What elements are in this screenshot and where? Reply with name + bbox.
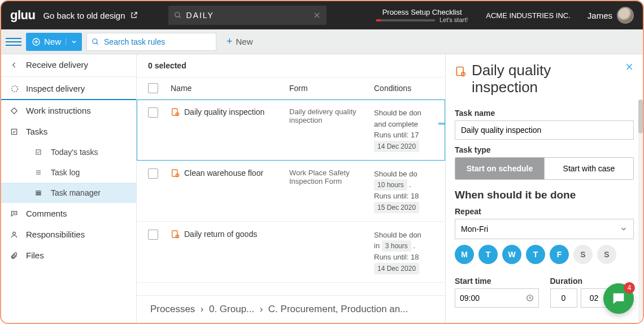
- seg-start-schedule[interactable]: Start on schedule: [455, 158, 544, 179]
- date-chip: 15 Dec 2020: [374, 202, 419, 213]
- rule-search[interactable]: [86, 33, 216, 51]
- svg-rect-8: [36, 195, 41, 196]
- refresh-icon: [10, 84, 20, 93]
- form-text: [289, 230, 374, 274]
- sidebar-subitem-task-manager[interactable]: Task manager: [1, 183, 136, 203]
- new-rule-label: New: [236, 37, 253, 46]
- repeat-select[interactable]: Mon-Fri: [455, 219, 634, 239]
- plus-circle-icon: [32, 37, 41, 46]
- task-icon: [171, 107, 180, 116]
- col-form[interactable]: Form: [289, 84, 374, 93]
- svg-point-12: [13, 232, 16, 235]
- sidebar-item-files[interactable]: Files: [1, 245, 136, 266]
- global-search[interactable]: [168, 6, 327, 25]
- task-name-text: Daily quality inspection: [184, 107, 264, 116]
- row-checkbox[interactable]: [148, 230, 158, 240]
- svg-point-3: [12, 85, 18, 92]
- task-name-input[interactable]: [455, 120, 634, 140]
- hours-chip: 10 hours: [374, 179, 407, 191]
- day-thu[interactable]: T: [526, 245, 545, 264]
- start-time-input[interactable]: 09:00: [455, 288, 539, 308]
- breadcrumb[interactable]: Processes › 0. Group... › C. Procurement…: [137, 295, 445, 323]
- sidebar-item-label: Tasks: [26, 127, 47, 136]
- form-text: Work Place Safety Inspection Form: [289, 169, 374, 213]
- task-type-segment: Start on schedule Start with case: [455, 157, 634, 180]
- row-checkbox[interactable]: [148, 107, 158, 118]
- paperclip-icon: [10, 252, 20, 260]
- day-pills: M T W T F S S: [455, 245, 634, 264]
- sidebar-item-label: Work instructions: [26, 106, 91, 115]
- svg-rect-7: [36, 193, 41, 194]
- new-rule-button[interactable]: + New: [227, 36, 253, 47]
- form-text: Daily delivery quality inspection: [289, 107, 374, 152]
- rule-search-input[interactable]: [104, 37, 211, 46]
- clear-search-icon[interactable]: [313, 11, 321, 19]
- table-header: Name Form Conditions: [137, 77, 445, 100]
- crumb[interactable]: C. Procurement, Production an...: [268, 304, 408, 314]
- svg-rect-17: [172, 231, 177, 237]
- start-time-label: Start time: [455, 277, 539, 286]
- sidebar-item-responsibilities[interactable]: Responsibilities: [1, 224, 136, 245]
- chat-button[interactable]: 4: [603, 283, 634, 314]
- duration-hours-input[interactable]: 0: [550, 288, 577, 308]
- sidebar-current-label: Inspect delivery: [26, 84, 85, 93]
- day-sat[interactable]: S: [573, 245, 593, 264]
- task-drawer: Daily quality inspection Task name Task …: [445, 54, 643, 323]
- sidebar-current[interactable]: Inspect delivery: [1, 78, 136, 100]
- close-drawer-button[interactable]: [625, 62, 634, 71]
- sidebar-subitem-label: Task log: [51, 168, 80, 177]
- sidebar-back[interactable]: Receive delivery: [1, 54, 136, 75]
- sidebar-item-work-instructions[interactable]: Work instructions: [1, 100, 136, 121]
- crumb[interactable]: Processes: [150, 304, 195, 314]
- select-all-checkbox[interactable]: [148, 83, 158, 93]
- check-square-icon: [35, 149, 45, 155]
- global-search-input[interactable]: [186, 11, 313, 20]
- clock-icon: [526, 294, 534, 302]
- row-checkbox[interactable]: [148, 169, 158, 179]
- diamond-icon: [10, 107, 20, 115]
- day-tue[interactable]: T: [478, 245, 498, 264]
- task-name-text: Daily return of goods: [184, 230, 257, 239]
- process-setup-checklist[interactable]: Process Setup Checklist Let's start!: [376, 8, 468, 23]
- svg-rect-5: [36, 150, 41, 154]
- seg-start-case[interactable]: Start with case: [544, 158, 633, 179]
- menu-toggle[interactable]: [6, 34, 21, 50]
- sidebar-subitem-task-log[interactable]: Task log: [1, 162, 136, 183]
- task-icon: [455, 66, 466, 77]
- svg-point-11: [15, 213, 15, 213]
- crumb[interactable]: 0. Group...: [209, 304, 254, 314]
- chevron-down-icon[interactable]: [66, 38, 77, 45]
- list-icon: [35, 169, 45, 176]
- resize-handle[interactable]: ||: [438, 122, 445, 124]
- sidebar-subitem-todays-tasks[interactable]: Today's tasks: [1, 142, 136, 162]
- table-row[interactable]: Daily quality inspection Daily delivery …: [137, 100, 445, 161]
- repeat-label: Repeat: [455, 207, 634, 216]
- search-icon: [92, 38, 99, 46]
- logo: gluu: [10, 8, 35, 23]
- svg-rect-19: [456, 67, 463, 76]
- day-mon[interactable]: M: [455, 245, 474, 264]
- sidebar-item-comments[interactable]: Comments: [1, 203, 136, 224]
- col-conditions[interactable]: Conditions: [374, 84, 434, 93]
- new-button[interactable]: New: [26, 33, 82, 51]
- sidebar-subitem-label: Today's tasks: [51, 148, 98, 157]
- table-row[interactable]: Daily return of goods Should be don in 3…: [137, 222, 445, 283]
- checklist-title: Process Setup Checklist: [376, 8, 468, 16]
- date-chip: 14 Dec 2020: [374, 141, 419, 152]
- sidebar-item-tasks[interactable]: Tasks: [1, 121, 136, 142]
- chevron-left-icon: [10, 61, 20, 69]
- task-name-label: Task name: [455, 109, 634, 118]
- grid-icon: [35, 189, 45, 196]
- start-time-value: 09:00: [460, 293, 480, 303]
- day-sun[interactable]: S: [597, 245, 616, 264]
- svg-rect-4: [11, 129, 16, 134]
- table-row[interactable]: Clean warehouse floor Work Place Safety …: [137, 161, 445, 222]
- day-wed[interactable]: W: [502, 245, 521, 264]
- scrollbar[interactable]: [638, 100, 643, 323]
- company-name[interactable]: ACME INDUSTRIES INC.: [486, 11, 571, 20]
- day-fri[interactable]: F: [550, 245, 569, 264]
- user-menu[interactable]: James: [588, 7, 634, 24]
- go-back-link[interactable]: Go back to old design: [43, 11, 137, 20]
- col-name[interactable]: Name: [171, 84, 289, 93]
- hours-chip: 3 hours: [382, 240, 411, 252]
